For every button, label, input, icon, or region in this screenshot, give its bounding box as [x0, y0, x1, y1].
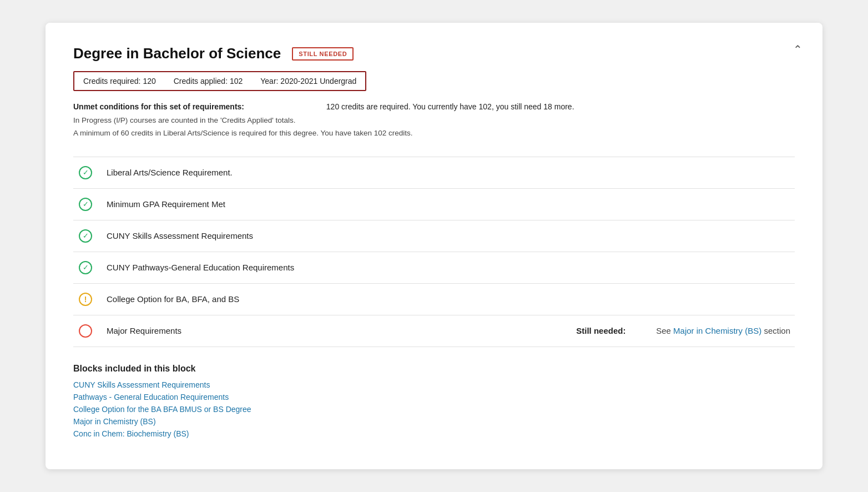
status-icon-liberal-arts: ✓: [78, 165, 93, 180]
status-icon-cuny-skills: ✓: [78, 228, 93, 244]
page-title: Degree in Bachelor of Science: [73, 45, 281, 62]
unmet-title: Unmet conditions for this set of require…: [73, 102, 244, 111]
block-link-major-chemistry[interactable]: Major in Chemistry (BS): [73, 417, 795, 426]
block-link-conc-biochemistry[interactable]: Conc in Chem: Biochemistry (BS): [73, 429, 795, 438]
see-link-text: See Major in Chemistry (BS) section: [656, 326, 790, 335]
req-label: Major Requirements: [107, 326, 563, 335]
req-label: CUNY Skills Assessment Requirements: [107, 231, 790, 240]
req-label: Liberal Arts/Science Requirement.: [107, 168, 790, 177]
blocks-title: Blocks included in this block: [73, 364, 795, 374]
blocks-section: Blocks included in this block CUNY Skill…: [73, 364, 795, 438]
unmet-notes: In Progress (I/P) courses are counted in…: [73, 114, 795, 140]
still-needed-label: Still needed:: [576, 326, 643, 335]
credits-required: Credits required: 120: [83, 77, 156, 86]
status-icon-gpa: ✓: [78, 197, 93, 212]
circle-red-icon: [79, 324, 92, 338]
req-label: CUNY Pathways-General Education Requirem…: [107, 263, 790, 272]
status-icon-pathways: ✓: [78, 260, 93, 275]
status-icon-major: [78, 323, 93, 339]
req-row: ✓ CUNY Skills Assessment Requirements: [73, 220, 795, 252]
credits-box: Credits required: 120 Credits applied: 1…: [73, 71, 366, 91]
check-green-icon: ✓: [79, 198, 92, 211]
req-label: Minimum GPA Requirement Met: [107, 199, 790, 209]
req-row: ✓ CUNY Pathways-General Education Requir…: [73, 252, 795, 284]
check-green-icon: ✓: [79, 261, 92, 274]
block-link-cuny-skills[interactable]: CUNY Skills Assessment Requirements: [73, 380, 795, 389]
req-row: ! College Option for BA, BFA, and BS: [73, 284, 795, 315]
check-green-icon: ✓: [79, 166, 92, 179]
still-needed-badge: STILL NEEDED: [292, 47, 354, 61]
block-link-pathways[interactable]: Pathways - General Education Requirement…: [73, 393, 795, 401]
unmet-note2: A minimum of 60 credits in Liberal Arts/…: [73, 127, 795, 140]
req-row: ✓ Liberal Arts/Science Requirement.: [73, 157, 795, 189]
unmet-conditions: Unmet conditions for this set of require…: [73, 102, 795, 140]
major-chemistry-link[interactable]: Major in Chemistry (BS): [673, 326, 761, 335]
status-icon-college-option: !: [78, 292, 93, 307]
credits-applied: Credits applied: 102: [174, 77, 243, 86]
check-green-icon: ✓: [79, 229, 92, 243]
credits-year: Year: 2020-2021 Undergrad: [260, 77, 356, 86]
collapse-button[interactable]: ⌃: [793, 43, 803, 56]
req-row: Major Requirements Still needed: See Maj…: [73, 315, 795, 347]
unmet-message: 120 credits are required. You currently …: [326, 102, 574, 111]
block-link-college-option[interactable]: College Option for the BA BFA BMUS or BS…: [73, 405, 795, 414]
unmet-note1: In Progress (I/P) courses are counted in…: [73, 114, 795, 127]
req-label: College Option for BA, BFA, and BS: [107, 294, 790, 304]
req-row: ✓ Minimum GPA Requirement Met: [73, 189, 795, 220]
warning-yellow-icon: !: [79, 293, 92, 306]
main-card: ⌃ Degree in Bachelor of Science STILL NE…: [46, 23, 822, 469]
card-header: Degree in Bachelor of Science STILL NEED…: [73, 45, 795, 62]
requirements-list: ✓ Liberal Arts/Science Requirement. ✓ Mi…: [73, 157, 795, 347]
